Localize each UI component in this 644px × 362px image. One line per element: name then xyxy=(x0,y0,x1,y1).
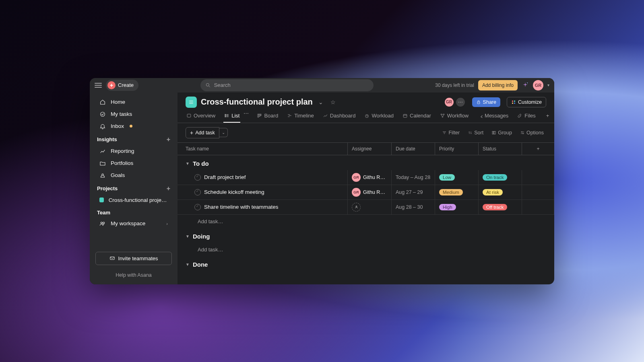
member-avatar[interactable]: GR xyxy=(444,97,454,107)
due-date[interactable]: Aug 27 – 29 xyxy=(396,189,423,195)
trial-text: 30 days left in trial xyxy=(435,82,474,88)
sort-button[interactable]: Sort xyxy=(465,128,486,137)
assign-user-icon[interactable] xyxy=(352,203,361,212)
customize-button[interactable]: Customize xyxy=(507,97,546,107)
svg-point-3 xyxy=(101,112,105,116)
more-members-icon[interactable]: ⋯ xyxy=(455,97,466,107)
section-header-todo[interactable]: ▼ To do xyxy=(178,155,554,170)
user-avatar[interactable]: GR xyxy=(533,80,543,90)
grid-icon xyxy=(511,100,516,105)
add-billing-button[interactable]: Add billing info xyxy=(478,80,518,90)
tab-board[interactable]: Board xyxy=(256,110,279,123)
list-toolbar: +Add task ⌄ Filter Sort Group Options xyxy=(178,123,554,143)
priority-pill[interactable]: Low xyxy=(439,174,455,181)
tab-workflow[interactable]: Workflow xyxy=(439,110,469,123)
nav-goals[interactable]: Goals xyxy=(92,170,175,181)
project-item[interactable]: Cross-functional project p… xyxy=(92,195,175,206)
options-button[interactable]: Options xyxy=(518,128,546,137)
sparkle-icon[interactable] xyxy=(522,82,529,89)
group-button[interactable]: Group xyxy=(489,128,514,137)
nav-label: Reporting xyxy=(111,148,134,154)
col-due-date[interactable]: Due date xyxy=(392,143,435,155)
status-pill[interactable]: Off track xyxy=(483,204,507,210)
complete-task-icon[interactable] xyxy=(194,204,201,210)
project-icon[interactable] xyxy=(186,97,197,108)
invite-teammates-button[interactable]: Invite teammates xyxy=(95,252,172,265)
svg-rect-14 xyxy=(512,103,513,104)
due-date[interactable]: Today – Aug 28 xyxy=(396,175,430,180)
nav-label: My workspace xyxy=(111,220,145,226)
add-tab-icon[interactable]: + xyxy=(544,110,552,123)
user-menu-caret[interactable]: ▾ xyxy=(547,83,549,87)
col-priority[interactable]: Priority xyxy=(435,143,479,155)
task-row[interactable]: Share timeline with teammates Aug 28 – 3… xyxy=(178,200,554,215)
assignee-avatar: GR xyxy=(352,173,361,182)
tab-timeline[interactable]: Timeline xyxy=(286,110,315,123)
caret-down-icon: ▼ xyxy=(186,262,190,267)
complete-task-icon[interactable] xyxy=(194,174,201,181)
menu-icon[interactable] xyxy=(95,83,102,88)
main-content: Cross-functional project plan ⌄ ☆ GR ⋯ S… xyxy=(178,93,554,284)
bell-icon xyxy=(99,123,106,130)
due-date[interactable]: Aug 28 – 30 xyxy=(396,204,423,210)
nav-inbox[interactable]: Inbox xyxy=(92,121,175,132)
section-team[interactable]: Team xyxy=(90,206,178,217)
add-task-button[interactable]: +Add task xyxy=(186,127,219,138)
star-icon[interactable]: ☆ xyxy=(329,97,337,107)
assignee-cell[interactable]: GRGithu Ravikk… xyxy=(352,173,387,182)
svg-point-32 xyxy=(441,114,442,115)
add-project-icon[interactable]: + xyxy=(167,185,170,192)
svg-rect-13 xyxy=(514,101,515,102)
add-insight-icon[interactable]: + xyxy=(167,136,170,143)
tab-messages[interactable]: Messages xyxy=(477,110,509,123)
nav-home[interactable]: Home xyxy=(92,97,175,108)
nav-label: My tasks xyxy=(111,111,132,117)
people-icon xyxy=(99,220,106,227)
svg-rect-16 xyxy=(187,114,191,117)
col-status[interactable]: Status xyxy=(479,143,522,155)
nav-my-tasks[interactable]: My tasks xyxy=(92,109,175,120)
caret-down-icon: ▼ xyxy=(186,234,190,239)
status-pill[interactable]: On track xyxy=(483,174,507,181)
add-task-inline[interactable]: Add task… xyxy=(178,215,554,228)
priority-pill[interactable]: High xyxy=(439,204,456,210)
add-task-dropdown[interactable]: ⌄ xyxy=(219,128,228,137)
tab-list[interactable]: List xyxy=(223,110,240,123)
nav-label: Goals xyxy=(111,172,125,178)
search-input[interactable]: Search xyxy=(200,79,374,91)
tab-dashboard[interactable]: Dashboard xyxy=(322,110,357,123)
reporting-icon xyxy=(99,148,106,154)
nav-portfolios[interactable]: Portfolios xyxy=(92,158,175,169)
add-task-inline[interactable]: Add task… xyxy=(178,243,554,256)
tab-files[interactable]: Files xyxy=(516,110,536,123)
create-button[interactable]: + Create xyxy=(106,80,138,91)
tab-more-icon[interactable]: ⋯ xyxy=(244,110,249,123)
section-header-doing[interactable]: ▼ Doing xyxy=(178,228,554,243)
task-row[interactable]: Schedule kickoff meeting GRGithu Ravikk…… xyxy=(178,185,554,200)
tab-workload[interactable]: Workload xyxy=(363,110,394,123)
priority-pill[interactable]: Medium xyxy=(439,189,463,195)
nav-reporting[interactable]: Reporting xyxy=(92,146,175,157)
svg-rect-11 xyxy=(477,102,480,104)
help-link[interactable]: Help with Asana xyxy=(90,270,178,280)
svg-point-44 xyxy=(522,133,523,134)
home-icon xyxy=(99,99,106,105)
nav-workspace[interactable]: My workspace › xyxy=(92,218,175,229)
task-row[interactable]: Draft project brief GRGithu Ravikk… Toda… xyxy=(178,170,554,185)
chevron-right-icon: › xyxy=(166,221,168,226)
col-assignee[interactable]: Assignee xyxy=(348,143,392,155)
complete-task-icon[interactable] xyxy=(194,189,201,195)
filter-button[interactable]: Filter xyxy=(440,128,462,137)
section-insights[interactable]: Insights + xyxy=(90,133,178,145)
section-projects[interactable]: Projects + xyxy=(90,182,178,194)
section-header-done[interactable]: ▼ Done xyxy=(178,256,554,271)
share-button[interactable]: Share xyxy=(472,97,500,107)
tab-overview[interactable]: Overview xyxy=(186,110,216,123)
col-task-name[interactable]: Task name xyxy=(178,143,348,155)
assignee-cell[interactable]: GRGithu Ravikk… xyxy=(352,188,387,197)
project-dropdown-icon[interactable]: ⌄ xyxy=(317,97,325,107)
sidebar: Home My tasks Inbox Insights + Reporting xyxy=(90,93,178,284)
status-pill[interactable]: At risk xyxy=(483,189,503,195)
tab-calendar[interactable]: Calendar xyxy=(402,110,432,123)
add-column-icon[interactable]: + xyxy=(522,143,554,155)
